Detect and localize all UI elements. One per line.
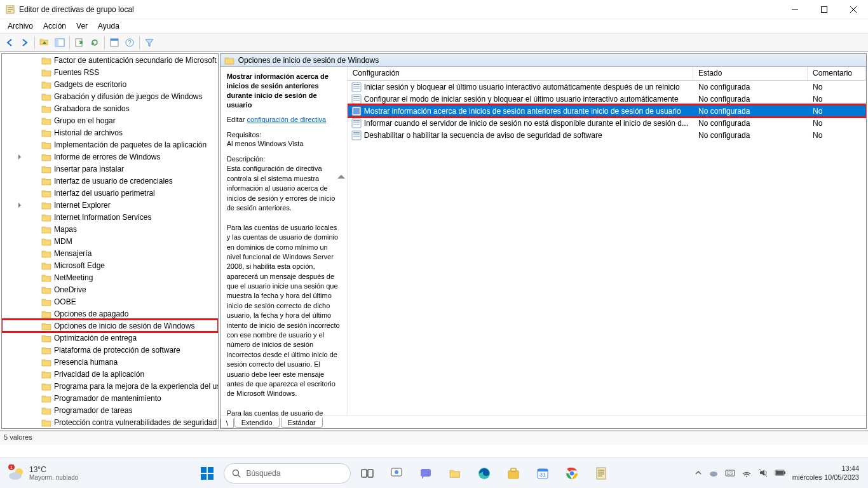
- taskbar-search[interactable]: Búsqueda: [224, 463, 351, 484]
- tree-item[interactable]: Historial de archivos: [2, 126, 218, 139]
- tree-item[interactable]: Insertar para instalar: [2, 163, 218, 175]
- tree-item[interactable]: Protección contra vulnerabilidades de se…: [2, 416, 218, 428]
- menu-action[interactable]: Acción: [38, 20, 71, 32]
- start-button[interactable]: [194, 461, 220, 486]
- back-button[interactable]: [3, 36, 17, 50]
- svg-text:?: ?: [128, 39, 132, 46]
- tree-item[interactable]: Mensajería: [2, 247, 218, 259]
- list-row[interactable]: Iniciar sesión y bloquear el último usua…: [348, 81, 866, 93]
- tree-item[interactable]: Grabación y difusión de juegos de Window…: [2, 90, 218, 102]
- tree-item[interactable]: OneDrive: [2, 283, 218, 295]
- minimize-button[interactable]: [780, 0, 810, 19]
- folder-icon: [41, 285, 51, 294]
- list-row[interactable]: Configurar el modo de iniciar sesión y b…: [348, 93, 866, 105]
- calendar-icon[interactable]: 31: [530, 461, 555, 486]
- tree-item[interactable]: Mapas: [2, 223, 218, 235]
- tree-item[interactable]: MDM: [2, 235, 218, 247]
- tree-item[interactable]: Informe de errores de Windows: [2, 151, 218, 163]
- detail-scroll-indicator[interactable]: [336, 175, 347, 416]
- list-rows[interactable]: Iniciar sesión y bloquear el último usua…: [348, 81, 866, 416]
- tree-item-label: Insertar para instalar: [54, 165, 124, 173]
- notepad-icon[interactable]: [588, 461, 614, 486]
- chrome-icon[interactable]: [559, 461, 585, 486]
- properties-button[interactable]: [107, 36, 121, 50]
- language-tray-icon[interactable]: ES: [725, 468, 735, 479]
- chevron-up-icon[interactable]: [337, 175, 345, 179]
- tree-item[interactable]: Plataforma de protección de software: [2, 344, 218, 356]
- task-view-icon[interactable]: [355, 461, 380, 486]
- volume-tray-icon[interactable]: [758, 468, 768, 479]
- tree-item[interactable]: Interfaz de usuario de credenciales: [2, 175, 218, 187]
- chat-icon[interactable]: [413, 461, 438, 486]
- tree-item[interactable]: Factor de autenticación secundario de Mi…: [2, 54, 218, 66]
- show-hide-tree-button[interactable]: [53, 36, 67, 50]
- help-icon[interactable]: ?: [123, 36, 137, 50]
- tree-item[interactable]: Privacidad de la aplicación: [2, 368, 218, 380]
- tab-standard[interactable]: Estándar: [281, 417, 323, 428]
- requirements-value: Al menos Windows Vista: [227, 140, 341, 147]
- tree-item[interactable]: Gadgets de escritorio: [2, 78, 218, 90]
- maximize-button[interactable]: [810, 0, 839, 19]
- menu-file[interactable]: Archivo: [3, 20, 38, 32]
- tree-item-label: Informe de errores de Windows: [54, 152, 160, 161]
- up-button[interactable]: [37, 36, 51, 50]
- edit-policy-link[interactable]: configuración de directiva: [247, 116, 327, 123]
- wifi-tray-icon[interactable]: [742, 468, 752, 479]
- tree-item-label: Privacidad de la aplicación: [54, 370, 144, 379]
- tree-item[interactable]: Internet Information Services: [2, 211, 218, 223]
- widgets-icon[interactable]: [384, 461, 409, 486]
- close-button[interactable]: [839, 0, 868, 19]
- tree-item-label: Historial de archivos: [54, 128, 123, 137]
- folder-icon: [41, 334, 51, 342]
- tree-item-label: Interfaz del usuario perimetral: [54, 189, 155, 198]
- column-header-config[interactable]: Configuración: [348, 67, 693, 80]
- tree-item-label: Grabadora de sonidos: [54, 104, 130, 113]
- tree-item[interactable]: Grupo en el hogar: [2, 114, 218, 126]
- tree-item[interactable]: Fuentes RSS: [2, 66, 218, 78]
- folder-icon: [41, 225, 51, 234]
- menu-help[interactable]: Ayuda: [93, 20, 125, 32]
- explorer-icon[interactable]: [442, 461, 468, 486]
- folder-icon: [41, 309, 51, 318]
- tree-item-label: Presencia humana: [54, 358, 118, 367]
- tree-item[interactable]: Implementación de paquetes de la aplicac…: [2, 139, 218, 151]
- list-row[interactable]: Mostrar información acerca de inicios de…: [348, 105, 866, 117]
- list-row[interactable]: Deshabilitar o habilitar la secuencia de…: [348, 129, 866, 141]
- tray-chevron-icon[interactable]: [695, 469, 702, 478]
- tree-item[interactable]: Microsoft Edge: [2, 259, 218, 271]
- menu-view[interactable]: Ver: [71, 20, 93, 32]
- filter-button[interactable]: [142, 36, 156, 50]
- export-button[interactable]: [72, 36, 86, 50]
- svg-rect-9: [55, 39, 58, 46]
- battery-tray-icon[interactable]: [775, 469, 786, 478]
- tree-item[interactable]: Internet Explorer: [2, 199, 218, 211]
- taskbar-clock[interactable]: 13:44 miércoles 10/05/2023: [792, 464, 859, 481]
- tree-item[interactable]: Interfaz del usuario perimetral: [2, 187, 218, 199]
- tab-extended[interactable]: Extendido: [234, 417, 280, 428]
- refresh-button[interactable]: [88, 36, 102, 50]
- description-text: Esta configuración de directiva controla…: [227, 164, 341, 416]
- row-state: No configurada: [693, 131, 808, 140]
- forward-button[interactable]: [18, 36, 32, 50]
- tree-item[interactable]: OOBE: [2, 295, 218, 308]
- tree-item[interactable]: Programador de tareas: [2, 404, 218, 416]
- tree-item[interactable]: Opciones de apagado: [2, 308, 218, 320]
- statusbar: 5 valores: [0, 431, 868, 445]
- toolbar-separator: [69, 36, 70, 49]
- column-header-state[interactable]: Estado: [693, 67, 808, 80]
- tree-item[interactable]: Programador de mantenimiento: [2, 392, 218, 404]
- tree-item[interactable]: NetMeeting: [2, 271, 218, 283]
- folder-icon: [41, 140, 51, 149]
- list-row[interactable]: Informar cuando el servidor de inicio de…: [348, 117, 866, 129]
- tree-item[interactable]: Programa para la mejora de la experienci…: [2, 380, 218, 392]
- tree-scrollarea[interactable]: Factor de autenticación secundario de Mi…: [2, 54, 218, 428]
- tree-item[interactable]: Presencia humana: [2, 356, 218, 368]
- column-header-comment[interactable]: Comentario: [808, 67, 866, 80]
- tree-item[interactable]: Opciones de inicio de sesión de Windows: [2, 320, 218, 332]
- onedrive-tray-icon[interactable]: [709, 468, 719, 479]
- tree-item[interactable]: Optimización de entrega: [2, 332, 218, 344]
- tree-item[interactable]: Grabadora de sonidos: [2, 102, 218, 114]
- taskbar-weather[interactable]: 1 13°C Mayorm. nublado: [0, 464, 114, 482]
- edge-icon[interactable]: [471, 461, 497, 486]
- store-icon[interactable]: [501, 461, 526, 486]
